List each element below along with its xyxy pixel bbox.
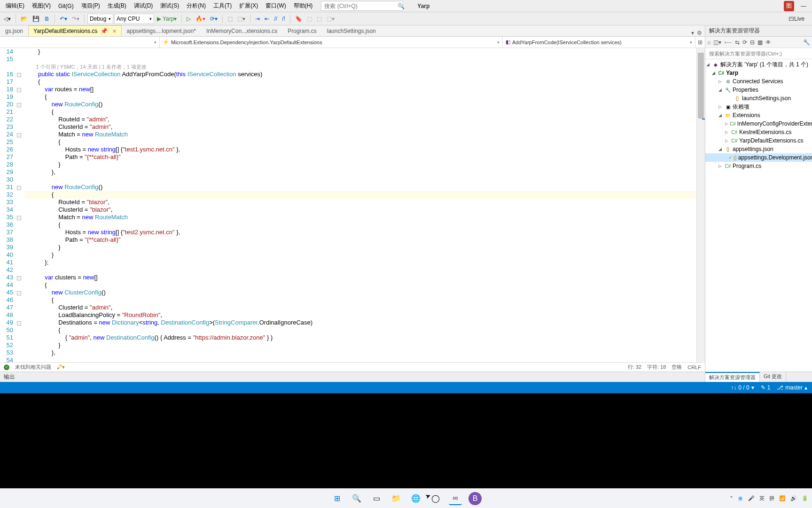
- tb-misc1[interactable]: ⬚: [305, 15, 314, 23]
- git-changes[interactable]: ✎ 1: [761, 384, 771, 391]
- close-icon[interactable]: ✕: [112, 28, 117, 34]
- save-button[interactable]: 💾: [31, 15, 41, 23]
- sln-showall-icon[interactable]: ▦: [757, 39, 763, 46]
- tray-chevron-icon[interactable]: ⌃: [729, 495, 734, 501]
- menu-tools[interactable]: 工具(T): [210, 0, 235, 11]
- menu-extensions[interactable]: 扩展(X): [235, 0, 262, 11]
- taskbar-visualstudio[interactable]: ∞: [449, 492, 462, 505]
- back-button[interactable]: ◁▾: [2, 15, 13, 23]
- menu-git[interactable]: Git(G): [55, 1, 78, 11]
- platform-dropdown[interactable]: Any CPU▾: [114, 14, 154, 24]
- sln-preview-icon[interactable]: 👁: [765, 39, 771, 46]
- step-button[interactable]: ⬚: [226, 15, 234, 23]
- tb-misc3[interactable]: ⬚▾: [325, 15, 336, 23]
- tab-program[interactable]: Program.cs: [282, 25, 321, 36]
- start-button[interactable]: ⊞: [330, 492, 344, 505]
- solution-search-input[interactable]: [705, 48, 812, 59]
- node-extensions[interactable]: ◢📁Extensions: [705, 111, 812, 119]
- taskbar-taskview[interactable]: ▭: [370, 492, 383, 505]
- tab-settings-icon[interactable]: ⚙: [697, 30, 702, 36]
- config-dropdown[interactable]: Debug▾: [87, 14, 113, 24]
- issues-text[interactable]: 未找到相关问题: [15, 364, 51, 371]
- account-avatar[interactable]: 图: [784, 1, 794, 11]
- tray-battery-icon[interactable]: 🔋: [802, 495, 808, 501]
- tab-inmemory[interactable]: InMemoryCon...xtensions.cs: [201, 25, 282, 36]
- nav-class[interactable]: ⚡Microsoft.Extensions.DependencyInjectio…: [160, 37, 503, 48]
- system-tray[interactable]: ⌃ ⛨ 🎤 英 拼 📶 🔊 🔋: [729, 495, 808, 502]
- sln-home-icon[interactable]: ⌂: [707, 39, 710, 46]
- undo-button[interactable]: ↶▾: [58, 15, 69, 23]
- git-updown[interactable]: ↑↓ 0 / 0 ▾: [731, 384, 754, 391]
- quick-launch-input[interactable]: [321, 3, 398, 9]
- sln-back-icon[interactable]: ⟵: [724, 39, 732, 46]
- solution-tree[interactable]: ◢◆解决方案 'Yarp' (1 个项目，共 1 个) ◢C#Yarp ▷⚙Co…: [705, 59, 812, 372]
- quick-launch[interactable]: 🔍: [321, 1, 403, 11]
- node-appsettings-dev[interactable]: ✓{}appsettings.Development.json: [705, 153, 812, 162]
- taskbar-edge[interactable]: 🌐: [409, 492, 422, 505]
- start-nodebug-button[interactable]: ▷: [185, 15, 193, 23]
- node-launchsettings[interactable]: {}launchSettings.json: [705, 94, 812, 103]
- node-inmemory[interactable]: ▷C#InMemoryConfigProviderExtensio: [705, 119, 812, 128]
- menu-project[interactable]: 项目(P): [78, 0, 104, 11]
- vertical-scrollbar[interactable]: [696, 48, 705, 362]
- tab-appsettings-dev[interactable]: appsettings....lopment.json*: [122, 25, 201, 36]
- sln-collapse-icon[interactable]: ⊟: [750, 39, 755, 46]
- output-panel-title[interactable]: 输出: [0, 372, 705, 382]
- nav-member[interactable]: ◧AddYarpFromCode(IServiceCollection serv…: [503, 37, 695, 48]
- sln-refresh-icon[interactable]: ⟳: [742, 39, 747, 46]
- btab-git-changes[interactable]: Git 更改: [760, 372, 786, 382]
- node-connected-services[interactable]: ▷⚙Connected Services: [705, 77, 812, 86]
- tb-misc2[interactable]: ⬚: [315, 15, 324, 23]
- node-yarpdefault[interactable]: ▷C#YarpDefaultExtensions.cs: [705, 136, 812, 145]
- spaces-indicator[interactable]: 空格: [671, 364, 682, 371]
- line-indicator[interactable]: 行: 32: [628, 364, 641, 371]
- encoding-indicator[interactable]: CRLF: [687, 365, 701, 370]
- indent-button[interactable]: ⇥: [253, 15, 262, 23]
- hot-reload-button[interactable]: 🔥▾: [194, 15, 207, 23]
- col-indicator[interactable]: 字符: 18: [647, 364, 666, 371]
- node-deps[interactable]: ▷▣依赖项: [705, 103, 812, 111]
- sln-sync-icon[interactable]: ⇆: [735, 39, 740, 46]
- sln-wrench-icon[interactable]: 🔧: [803, 39, 810, 46]
- menu-analyze[interactable]: 分析(N): [183, 0, 210, 11]
- node-properties[interactable]: ◢🔧Properties: [705, 86, 812, 94]
- tab-gs-json[interactable]: gs.json: [0, 25, 28, 36]
- tab-overflow-icon[interactable]: ▾: [691, 30, 694, 36]
- taskbar-explorer[interactable]: 📁: [390, 492, 403, 505]
- project-yarp[interactable]: ◢C#Yarp: [705, 69, 812, 77]
- sln-views-icon[interactable]: ◫▾: [713, 39, 721, 46]
- open-button[interactable]: 📂: [19, 15, 30, 23]
- menu-build[interactable]: 生成(B): [104, 0, 130, 11]
- bookmark-button[interactable]: 🔖: [293, 15, 304, 23]
- tray-volume-icon[interactable]: 🔊: [790, 495, 797, 501]
- pin-icon[interactable]: 📌: [101, 28, 108, 34]
- tray-defender-icon[interactable]: ⛨: [738, 496, 743, 501]
- uncomment-button[interactable]: /!: [280, 15, 287, 23]
- outdent-button[interactable]: ⇤: [263, 15, 271, 23]
- redo-button[interactable]: ↷▾: [70, 15, 81, 23]
- highlight-icon[interactable]: 🖍▾: [57, 364, 65, 370]
- solution-search[interactable]: [705, 48, 812, 59]
- btab-solution-explorer[interactable]: 解决方案资源管理器: [705, 372, 760, 382]
- node-program[interactable]: ▷C#Program.cs: [705, 162, 812, 170]
- node-appsettings[interactable]: ◢{}appsettings.json: [705, 145, 812, 153]
- start-debug-button[interactable]: ▶Yarp ▾: [155, 15, 179, 23]
- menu-debug[interactable]: 调试(D): [130, 0, 157, 11]
- menu-edit[interactable]: 编辑(E): [2, 0, 28, 11]
- taskbar-chrome[interactable]: ◯: [429, 492, 442, 505]
- code-editor[interactable]: 1415161718192021222324252627282930313233…: [0, 48, 705, 362]
- nav-namespace[interactable]: ▾: [0, 37, 160, 48]
- git-branch[interactable]: ⎇ master ▴: [777, 384, 807, 391]
- comment-button[interactable]: //: [272, 15, 279, 23]
- menu-test[interactable]: 测试(S): [156, 0, 183, 11]
- node-kestrel[interactable]: ▷C#KestrelExtensions.cs: [705, 128, 812, 136]
- minimize-button[interactable]: —: [797, 1, 810, 11]
- live-share-button[interactable]: ⮹ Live: [787, 15, 806, 23]
- save-all-button[interactable]: 🗎: [42, 15, 52, 23]
- step2-button[interactable]: ⬚▾: [235, 15, 247, 23]
- tray-wifi-icon[interactable]: 📶: [779, 495, 786, 501]
- tray-ime2[interactable]: 拼: [769, 495, 774, 502]
- restart-button[interactable]: ⟳▾: [208, 15, 219, 23]
- solution-root[interactable]: ◢◆解决方案 'Yarp' (1 个项目，共 1 个): [705, 60, 812, 69]
- menu-view[interactable]: 视图(V): [28, 0, 55, 11]
